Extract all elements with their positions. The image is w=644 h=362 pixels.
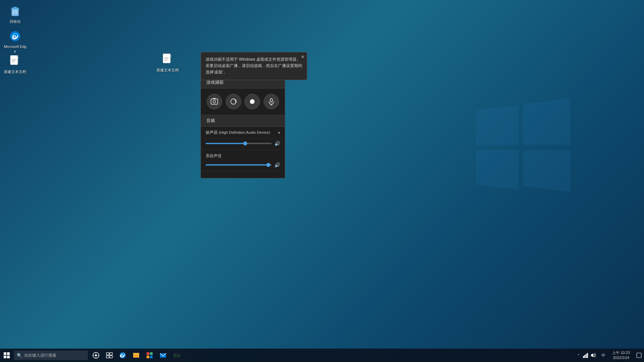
svg-point-28 (95, 354, 97, 356)
svg-rect-15 (211, 99, 218, 104)
taskbar-app-cmd[interactable]: C:\> (170, 349, 183, 362)
system-sound-slider[interactable] (206, 164, 272, 166)
search-placeholder: 在此键入进行搜索 (24, 353, 56, 358)
windows-logo-watermark (476, 94, 570, 201)
svg-rect-25 (4, 356, 6, 358)
volume-slider-fill (206, 143, 245, 144)
svg-rect-26 (7, 356, 10, 358)
taskbar-app-mail[interactable] (156, 349, 170, 362)
taskbar-app-taskview[interactable] (103, 349, 116, 362)
edge-icon (8, 29, 22, 43)
volume-icon: 🔊 (274, 141, 280, 146)
system-volume-icon: 🔊 (274, 162, 280, 168)
clock-time: 上午 10:23 (612, 350, 630, 355)
svg-rect-34 (110, 353, 112, 355)
doc1-label: 新建文本文档 (4, 69, 26, 74)
svg-point-16 (213, 100, 216, 103)
search-icon: 🔍 (17, 353, 22, 358)
svg-rect-49 (587, 353, 588, 358)
taskbar-apps: C:\> (89, 349, 183, 362)
system-sound-slider-row: 🔊 (201, 160, 285, 171)
notification-close-button[interactable]: × (301, 54, 304, 60)
svg-rect-41 (147, 356, 149, 358)
notification-popup: × 游戏功能不适用于 Windows 桌面或文件资源管理器。若要启动桌面广播，请… (201, 52, 307, 80)
volume-slider[interactable] (206, 143, 272, 144)
desktop-icon-recycle[interactable]: 回收站 (2, 2, 29, 26)
taskbar-app-edge[interactable] (116, 349, 129, 362)
audio-section-header: 音频 (201, 115, 285, 127)
svg-rect-48 (586, 354, 587, 358)
audio-section: 音频 扬声器 (High Definition Audio Device) ▾ … (201, 115, 285, 171)
svg-rect-38 (133, 353, 139, 354)
gamebar-panel: 游戏捕获 (201, 76, 285, 178)
svg-rect-47 (584, 355, 585, 358)
desktop-background (0, 0, 644, 362)
system-sound-slider-thumb[interactable] (266, 163, 270, 167)
tray-network-icon[interactable] (582, 349, 589, 362)
capture-buttons-row (201, 88, 285, 115)
svg-rect-20 (270, 99, 272, 102)
system-sound-section: 系统声音 🔊 (201, 150, 285, 171)
desktop-icon-doc2[interactable]: 新建文本文档 (154, 50, 181, 75)
notification-text: 游戏功能不适用于 Windows 桌面或文件资源管理器。若要启动桌面广播，请启动… (206, 56, 302, 76)
taskbar-app-search[interactable] (89, 349, 103, 362)
chevron-down-icon: ▾ (278, 130, 280, 135)
svg-rect-24 (7, 352, 10, 355)
clock-date: 2022/2/24 (613, 355, 629, 360)
tray-volume-icon[interactable] (589, 349, 597, 362)
audio-device-selector[interactable]: 扬声器 (High Definition Audio Device) ▾ (201, 127, 285, 139)
svg-rect-11 (163, 54, 170, 63)
svg-text:C:\>: C:\> (174, 354, 180, 357)
volume-slider-thumb[interactable] (243, 141, 247, 145)
doc2-icon (161, 53, 174, 66)
svg-rect-40 (150, 352, 153, 355)
notification-center-button[interactable] (634, 349, 644, 362)
svg-rect-42 (150, 356, 153, 358)
svg-rect-35 (106, 356, 109, 358)
recycle-bin-label: 回收站 (10, 19, 21, 24)
system-tray (581, 349, 598, 362)
recycle-bin-icon (8, 4, 22, 18)
volume-slider-row: 🔊 (201, 139, 285, 150)
svg-rect-46 (583, 356, 584, 358)
mic-button[interactable] (264, 94, 279, 109)
svg-rect-50 (637, 353, 641, 358)
taskbar-clock[interactable]: 上午 10:23 2022/2/24 (609, 349, 633, 362)
taskbar-app-explorer[interactable] (129, 349, 143, 362)
audio-device-label: 扬声器 (High Definition Audio Device) (206, 130, 278, 135)
desktop-icon-doc1[interactable]: 新建文本文档 (2, 52, 29, 77)
svg-rect-23 (4, 352, 6, 355)
start-button[interactable] (0, 349, 13, 362)
svg-point-19 (250, 99, 255, 104)
svg-rect-36 (110, 356, 112, 358)
taskbar-app-store[interactable] (143, 349, 156, 362)
svg-rect-33 (106, 353, 109, 355)
search-bar[interactable]: 🔍 在此键入进行搜索 (14, 351, 88, 360)
tray-expand-button[interactable]: ^ (577, 353, 580, 357)
clip-button[interactable] (226, 94, 241, 109)
doc2-label: 新建文本文档 (157, 68, 179, 72)
taskbar-right: ^ 中 上午 10:23 2022/2/2 (577, 349, 644, 362)
svg-rect-17 (213, 98, 216, 99)
language-button[interactable]: 中 (599, 349, 608, 362)
svg-rect-39 (147, 352, 149, 355)
record-button[interactable] (245, 94, 260, 109)
system-sound-slider-fill (206, 164, 268, 166)
taskbar: 🔍 在此键入进行搜索 (0, 349, 644, 362)
screenshot-button[interactable] (207, 94, 222, 109)
system-sound-label: 系统声音 (201, 150, 285, 160)
svg-rect-7 (10, 55, 18, 65)
doc1-icon (8, 55, 22, 68)
svg-rect-2 (13, 7, 17, 8)
